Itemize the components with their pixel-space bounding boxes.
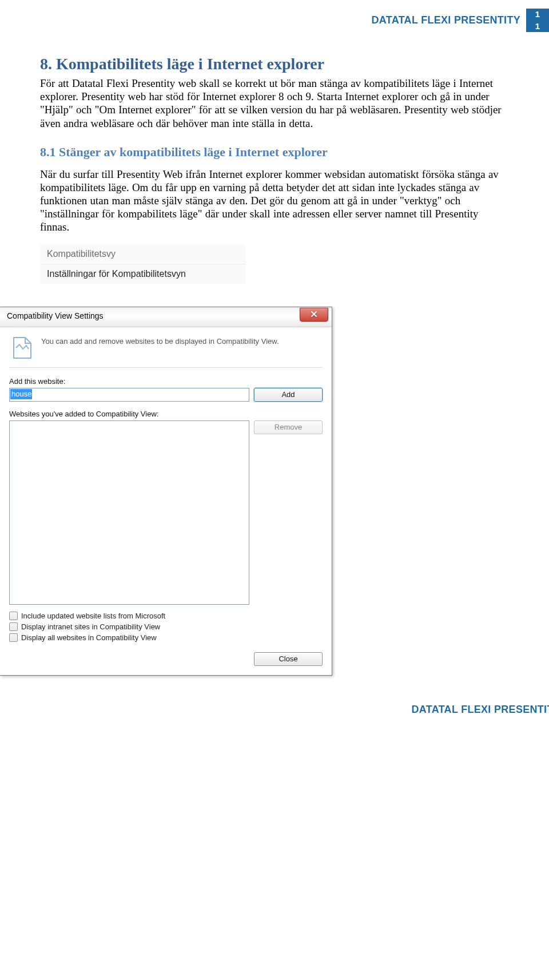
add-website-input-value: house: [10, 389, 32, 399]
close-dialog-button[interactable]: Close: [254, 652, 323, 666]
websites-listbox[interactable]: [9, 420, 249, 605]
header-pageno: 1 1: [526, 9, 549, 32]
page-footer: DATATAL FLEXI PRESENTITY 1 1: [0, 698, 549, 721]
compat-menu-screenshot: Kompatibilitetsvy Inställningar för Komp…: [40, 244, 246, 284]
remove-button[interactable]: Remove: [254, 420, 323, 434]
menu-item-compat-settings: Inställningar för Kompatibilitetsvyn: [40, 264, 246, 284]
section-paragraph-1: För att Datatal Flexi Presentity web ska…: [40, 77, 509, 130]
dialog-title: Compatibility View Settings: [7, 311, 104, 320]
checkbox-label: Display intranet sites in Compatibility …: [21, 622, 160, 631]
add-button[interactable]: Add: [254, 388, 323, 402]
menu-item-compat-view: Kompatibilitetsvy: [40, 244, 246, 264]
websites-list-label: Websites you've added to Compatibility V…: [9, 407, 323, 420]
checkbox-label: Include updated website lists from Micro…: [21, 612, 165, 620]
checkbox-label: Display all websites in Compatibility Vi…: [21, 633, 157, 642]
checkbox-intranet-sites[interactable]: Display intranet sites in Compatibility …: [9, 621, 323, 632]
close-icon: [311, 311, 317, 319]
checkbox-all-websites[interactable]: Display all websites in Compatibility Vi…: [9, 632, 323, 643]
checkbox-icon: [9, 612, 18, 620]
dialog-titlebar[interactable]: Compatibility View Settings: [0, 307, 332, 327]
checkbox-icon: [9, 622, 18, 631]
checkbox-icon: [9, 633, 18, 642]
header-title: DATATAL FLEXI PRESENTITY: [0, 14, 526, 26]
document-icon: [9, 335, 34, 360]
footer-title: DATATAL FLEXI PRESENTITY: [0, 704, 549, 716]
add-website-label: Add this website:: [9, 375, 323, 388]
section-paragraph-2: När du surfar till Presentity Web ifrån …: [40, 168, 509, 234]
section-heading-1: 8. Kompatibilitets läge i Internet explo…: [40, 55, 509, 73]
compat-settings-dialog: Compatibility View Settings You can add …: [0, 307, 332, 676]
checkbox-include-updated[interactable]: Include updated website lists from Micro…: [9, 610, 323, 621]
close-button[interactable]: [300, 308, 328, 322]
dialog-info-text: You can add and remove websites to be di…: [41, 335, 279, 360]
add-website-input[interactable]: house: [9, 388, 249, 402]
page-header: DATATAL FLEXI PRESENTITY 1 1: [0, 0, 549, 32]
section-heading-2: 8.1 Stänger av kompatibilitets läge i In…: [40, 145, 509, 160]
